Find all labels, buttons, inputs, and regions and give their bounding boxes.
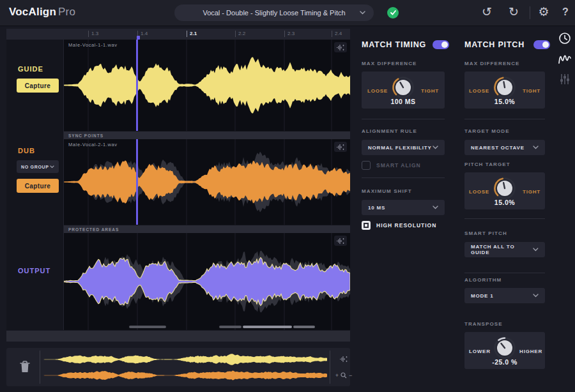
output-waveform <box>64 233 350 330</box>
pitch-curve-icon[interactable] <box>557 51 572 66</box>
match-timing-title: MATCH TIMING <box>362 40 426 49</box>
pitch-max-difference-label: MAX DIFFERENCE <box>464 61 520 66</box>
loose-label: LOOSE <box>367 88 388 94</box>
overview-dub-waveform[interactable] <box>43 368 327 383</box>
timeline-ruler[interactable]: 1.31.42.12.22.32.4 <box>6 29 350 40</box>
overview-divider <box>330 351 330 384</box>
overview-guide-waveform[interactable] <box>43 352 327 367</box>
guide-capture-button[interactable]: Capture <box>17 79 59 93</box>
edit-region-bar[interactable] <box>243 326 292 328</box>
alignment-rule-dropdown[interactable]: NORMAL FLEXIBILITY <box>362 140 445 155</box>
guide-track-header: GUIDE Capture <box>6 40 64 131</box>
timing-max-difference-label: MAX DIFFERENCE <box>362 61 417 66</box>
pitch-target-knob-box: LOOSE TIGHT 15.0% <box>464 172 545 209</box>
dub-group-dropdown[interactable]: NO GROUP <box>17 160 59 173</box>
section-divider <box>362 119 445 119</box>
guide-waveform-display[interactable]: Male-Vocal-1-1.wav <box>64 40 350 131</box>
output-track-label: OUTPUT <box>18 267 50 275</box>
pitch-target-knob[interactable] <box>492 176 518 201</box>
topbar-divider <box>530 6 530 19</box>
trash-icon[interactable] <box>18 359 32 377</box>
pitch-target-label: PITCH TARGET <box>464 162 510 167</box>
chevron-down-icon <box>533 146 539 149</box>
preset-dropdown[interactable]: Vocal - Double - Slightly Loose Timing &… <box>174 4 374 21</box>
redo-icon[interactable]: ↻ <box>505 4 522 20</box>
horizontal-scrollbar[interactable] <box>6 330 350 342</box>
waveform-panel: 1.31.42.12.22.32.4 GUIDE Capture Male-Vo… <box>6 29 350 342</box>
dub-waveform <box>64 139 350 225</box>
ruler-tick: 2.1 <box>187 31 197 37</box>
guide-autoscale-icon[interactable] <box>334 42 347 52</box>
dub-group-value: NO GROUP <box>21 165 49 169</box>
maximum-shift-dropdown[interactable]: 10 MS <box>362 200 445 215</box>
zoom-plus-label: + <box>335 372 339 379</box>
app-logo: VocAlignPro <box>9 6 75 19</box>
overview-autoscale-icon[interactable] <box>335 354 353 364</box>
zoom-minus-label: − <box>349 372 352 379</box>
dub-capture-button[interactable]: Capture <box>17 179 59 193</box>
edit-region-bar[interactable] <box>129 326 166 328</box>
smart-pitch-label: SMART PITCH <box>464 230 507 236</box>
brand-suffix: Pro <box>58 6 75 18</box>
target-mode-dropdown[interactable]: NEAREST OCTAVE <box>464 140 545 155</box>
high-resolution-label: HIGH RESOLUTION <box>376 222 436 229</box>
edit-region-bar[interactable] <box>293 326 315 328</box>
transpose-knob[interactable] <box>492 335 518 361</box>
dub-waveform-display[interactable]: Male-Vocal-2-1.wav <box>64 139 350 225</box>
mixer-sliders-icon[interactable] <box>557 72 572 87</box>
edit-region-bar[interactable] <box>219 326 241 328</box>
transpose-knob-box: LOWER HIGHER -25.0 % <box>464 332 545 369</box>
maximum-shift-label: MAXIMUM SHIFT <box>362 188 412 194</box>
ruler-tick: 2.2 <box>235 31 245 37</box>
chevron-down-icon <box>533 294 539 298</box>
pitch-target-value: 15.0% <box>464 199 545 206</box>
algorithm-value: MODE 1 <box>471 293 493 299</box>
gear-icon[interactable]: ⚙ <box>535 4 552 20</box>
guide-waveform <box>64 40 350 131</box>
section-divider <box>464 218 545 219</box>
chevron-down-icon <box>50 165 54 169</box>
sync-points-bar[interactable]: SYNC POINTS <box>64 131 350 139</box>
target-mode-value: NEAREST OCTAVE <box>471 145 525 151</box>
transpose-value: -25.0 % <box>464 358 545 366</box>
zoom-icon[interactable]: + − <box>335 370 353 381</box>
dub-playhead[interactable] <box>136 139 138 225</box>
overview-strip: + − <box>6 348 350 386</box>
high-resolution-checkbox[interactable]: HIGH RESOLUTION <box>362 221 436 230</box>
chevron-down-icon <box>360 11 365 15</box>
timing-view-clock-icon[interactable] <box>557 31 572 46</box>
pitch-max-difference-knob[interactable] <box>492 75 518 100</box>
timing-max-difference-value: 100 MS <box>362 98 445 105</box>
tight-label: TIGHT <box>523 88 540 94</box>
output-track-header: OUTPUT <box>6 225 64 330</box>
lower-label: LOWER <box>469 349 491 354</box>
protected-areas-bar[interactable]: PROTECTED AREAS <box>64 225 350 233</box>
match-pitch-toggle[interactable] <box>533 40 550 49</box>
target-mode-label: TARGET MODE <box>464 128 510 134</box>
guide-playhead[interactable] <box>136 40 138 131</box>
chevron-down-icon <box>533 248 539 252</box>
undo-icon[interactable]: ↺ <box>479 4 495 20</box>
section-divider <box>464 273 545 273</box>
chevron-down-icon <box>433 206 438 209</box>
higher-label: HIGHER <box>519 349 542 354</box>
overview-divider <box>40 351 40 384</box>
dub-track-header: DUB NO GROUP Capture <box>6 131 64 225</box>
vocalign-window: VocAlignPro Vocal - Double - Slightly Lo… <box>0 0 575 392</box>
algorithm-label: ALGORITHM <box>464 277 502 283</box>
timing-max-difference-knob-box: LOOSE TIGHT 100 MS <box>362 72 445 109</box>
timing-max-difference-knob[interactable] <box>390 75 416 100</box>
ruler-tick: 2.4 <box>332 31 342 37</box>
smart-pitch-dropdown[interactable]: MATCH ALL TO GUIDE <box>464 242 545 257</box>
brand-name: VocAlign <box>9 6 56 18</box>
ruler-tick: 2.3 <box>284 31 295 37</box>
smart-align-checkbox[interactable]: SMART ALIGN <box>362 161 421 170</box>
guide-track-label: GUIDE <box>18 65 43 73</box>
output-waveform-display[interactable] <box>64 233 350 330</box>
tight-label: TIGHT <box>421 88 439 94</box>
output-autoscale-icon[interactable] <box>334 236 347 246</box>
dub-autoscale-icon[interactable] <box>334 142 347 152</box>
match-timing-toggle[interactable] <box>433 40 449 49</box>
algorithm-dropdown[interactable]: MODE 1 <box>464 288 545 303</box>
help-icon[interactable]: ? <box>557 4 574 20</box>
